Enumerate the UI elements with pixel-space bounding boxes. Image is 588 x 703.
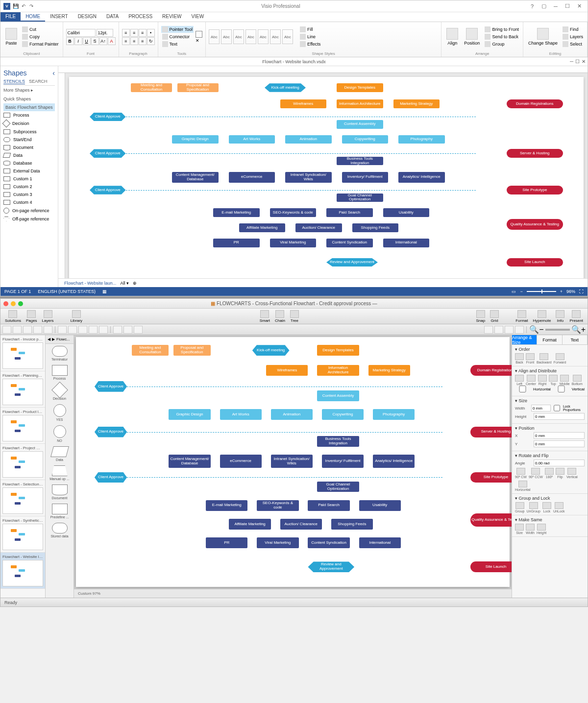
flowchart-shape[interactable]: Intranet Syndication/ Wikis [285,172,332,183]
page-thumbnail[interactable]: Flowchart - Selection s... [0,480,45,516]
tree-connector-button[interactable]: Tree [289,310,300,323]
zoom-slider[interactable] [545,329,570,331]
zoom-actual-tool[interactable] [494,326,503,334]
tab-file[interactable]: FILE [0,12,21,22]
rotate-horizontal-button[interactable]: Horizontal [515,481,531,491]
mac-minimize-icon[interactable] [11,301,16,306]
connector-spline-tool[interactable] [99,326,108,334]
flowchart-shape[interactable]: Wireframes [280,99,327,108]
panel-collapse-icon[interactable]: ‹ [52,69,55,77]
page[interactable]: Meeting and ConsultationProposal and Spe… [69,77,584,278]
page-thumbnail[interactable]: Flowchart - Project man... [0,444,45,480]
flowchart-shape[interactable]: Graphic Design [169,409,210,420]
make-same-width-button[interactable]: Width [526,524,535,534]
paste-button[interactable]: Paste [3,27,19,47]
angle-input[interactable] [534,460,585,466]
line-tool[interactable] [44,326,52,334]
tab-insert[interactable]: INSERT [45,12,73,22]
stencil-terminator[interactable]: Terminator [46,344,74,363]
flowchart-shape[interactable]: Viral Marketing [257,537,298,548]
align-top-button[interactable]: ≡ [122,29,130,37]
line-button[interactable]: Line [299,33,321,40]
flowchart-shape[interactable]: Graphic Design [172,135,219,144]
shape-start-end[interactable]: Start/End [3,136,55,144]
cd-page[interactable]: Meeting and ConsultationProposal and Spe… [76,337,510,587]
shape-style-4[interactable]: Abc [245,29,256,44]
stencil-no[interactable]: NO [46,423,74,444]
zoom-in-icon[interactable]: + [560,289,563,294]
text-tool[interactable] [13,326,22,334]
zoom-fit-tool[interactable] [484,326,493,334]
layers-button[interactable]: Layers [562,33,584,40]
flowchart-shape[interactable]: Business Tools Integration [317,436,359,447]
shape-external-data[interactable]: External Data [3,167,55,175]
zoom-in-button[interactable]: 🔍+ [571,325,586,334]
help-icon[interactable]: ? [527,3,538,10]
rotate-flip-button[interactable]: Flip [556,468,564,479]
italic-button[interactable]: I [74,37,82,45]
flowchart-shape[interactable]: Quality Assurance & Testing [470,513,512,527]
flowchart-shape[interactable]: Quality Assurance & Testing [507,219,564,230]
flowchart-shape[interactable]: International [359,537,401,548]
flowchart-shape[interactable]: Art Works [220,409,262,420]
flowchart-shape[interactable]: SEO-Keywords & code [257,500,298,511]
tab-review[interactable]: REVIEW [157,12,186,22]
flowchart-shape[interactable]: Content Syndication [326,239,373,247]
shape-custom-2[interactable]: Custom 2 [3,183,55,191]
pointer-tool-button[interactable]: Pointer Tool [161,26,194,33]
client-approve-shape[interactable]: Client Approve [90,113,126,121]
flowchart-shape[interactable]: Content Management/ Database [172,172,219,183]
underline-button[interactable]: U [83,37,91,45]
page-tab-1[interactable]: Flowchart - Website laun... [64,281,116,286]
rotate-vertical-button[interactable]: Vertical [566,468,578,479]
shape-off-page-reference[interactable]: Off-page reference [3,215,55,223]
y-input[interactable] [534,440,585,447]
align-middle-button[interactable]: ≡ [130,29,138,37]
fill-tool[interactable] [113,326,122,334]
group-lock-button[interactable]: Lock [542,502,551,513]
format-button[interactable]: Format [514,310,529,323]
shape-style-1[interactable]: Abc [209,29,220,44]
flowchart-shape[interactable]: Art Works [229,135,275,144]
align-right-button[interactable]: ≡ [139,37,147,45]
info-button[interactable]: Info [554,310,566,323]
shape-subprocess[interactable]: Subprocess [3,128,55,136]
pages-button[interactable]: Pages [24,310,39,323]
height-input[interactable] [534,413,585,420]
flowchart-shape[interactable]: Affiliate Marketing [229,519,270,530]
shape-on-page-reference[interactable]: On-page reference [3,206,55,215]
connector-curve-tool[interactable] [68,326,77,334]
shape-style-7[interactable]: Abc [282,29,293,44]
doc-close-icon[interactable]: ✕ [582,59,586,64]
page-thumbnail[interactable]: Flowchart - Planning pr... [0,371,45,408]
strike-button[interactable]: S [91,37,99,45]
flowchart-shape[interactable]: Proposal and Specification [173,345,211,356]
rect-tool[interactable] [23,326,32,334]
flowchart-shape[interactable]: Review and Approvement [308,561,354,572]
stencil-fwd-icon[interactable]: ▶ [52,337,55,341]
align-middle-button[interactable]: Middle [560,375,570,386]
cut-button[interactable]: Cut [21,26,60,33]
client-approve-shape[interactable]: Client Approve [95,472,127,483]
position-button[interactable]: Position [462,27,482,47]
add-page-button[interactable]: ⊕ [133,281,137,286]
flowchart-shape[interactable]: Wireframes [266,365,308,376]
close-icon[interactable]: ✕ [574,3,585,10]
tab-format[interactable]: Format [537,335,562,344]
align-bottom-button[interactable]: Bottom [572,375,583,386]
change-shape-button[interactable]: Change Shape [526,27,560,47]
more-shapes[interactable]: More Shapes ▸ [3,86,55,95]
order-backward-button[interactable]: Backward [537,353,552,364]
dist-horizontal-checkbox[interactable] [515,386,530,392]
order-front-button[interactable]: Front [526,353,535,364]
flowchart-shape[interactable]: Site Launch [507,258,564,267]
tab-design[interactable]: DESIGN [73,12,101,22]
order-back-button[interactable]: Back [515,353,524,364]
pointer-tool[interactable] [2,326,11,334]
lock-prop-checkbox[interactable] [554,405,560,412]
client-approve-shape[interactable]: Client Approve [95,427,127,437]
tab-text[interactable]: Text [563,335,588,344]
flowchart-shape[interactable]: Photography [373,409,415,420]
flowchart-shape[interactable]: E-mail Marketing [213,208,260,217]
send-to-back-button[interactable]: Send to Back [484,33,520,40]
